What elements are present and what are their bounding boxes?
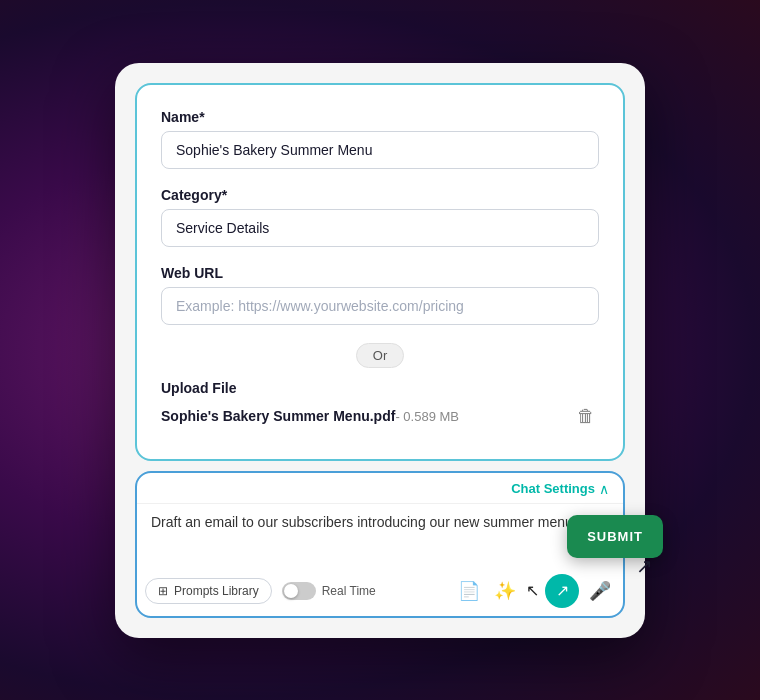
chevron-up-icon[interactable]: ∧: [599, 481, 609, 497]
or-badge: Or: [356, 343, 404, 368]
chat-panel: Chat Settings ∧ Draft an email to our su…: [135, 471, 625, 618]
toggle-thumb: [284, 584, 298, 598]
filename-text: Sophie's Bakery Summer Menu.pdf: [161, 408, 395, 424]
realtime-toggle-container: Real Time: [282, 582, 376, 600]
realtime-toggle[interactable]: [282, 582, 316, 600]
web-url-field-group: Web URL: [161, 265, 599, 325]
category-label: Category*: [161, 187, 599, 203]
mic-icon: 🎤: [589, 580, 611, 602]
prompts-library-button[interactable]: ⊞ Prompts Library: [145, 578, 272, 604]
magic-wand-icon: ✨: [494, 580, 516, 602]
chat-body: Draft an email to our subscribers introd…: [137, 504, 623, 568]
or-divider: Or: [161, 343, 599, 368]
category-input[interactable]: [161, 209, 599, 247]
delete-file-icon[interactable]: 🗑: [573, 402, 599, 431]
upload-section: Upload File Sophie's Bakery Summer Menu.…: [161, 380, 599, 431]
send-arrow-icon: ↗: [556, 581, 569, 600]
chat-textarea[interactable]: Draft an email to our subscribers introd…: [151, 514, 609, 558]
mic-button[interactable]: 🎤: [585, 576, 615, 606]
cursor-icon: ↖: [526, 581, 539, 600]
prompts-label: Prompts Library: [174, 584, 259, 598]
web-url-input[interactable]: [161, 287, 599, 325]
send-button[interactable]: ↗: [545, 574, 579, 608]
submit-cursor-icon: ↗: [636, 554, 653, 578]
outer-card: Name* Category* Web URL Or Upload File S…: [115, 63, 645, 638]
category-field-group: Category*: [161, 187, 599, 247]
upload-file-row: Sophie's Bakery Summer Menu.pdf- 0.589 M…: [161, 402, 599, 431]
form-card: Name* Category* Web URL Or Upload File S…: [135, 83, 625, 461]
filesize-text: - 0.589 MB: [395, 409, 459, 424]
name-label: Name*: [161, 109, 599, 125]
attach-icon: 📄: [458, 580, 480, 602]
submit-button[interactable]: SUBMIT: [567, 515, 663, 558]
realtime-label: Real Time: [322, 584, 376, 598]
upload-label: Upload File: [161, 380, 599, 396]
web-url-label: Web URL: [161, 265, 599, 281]
prompts-book-icon: ⊞: [158, 584, 168, 598]
attach-icon-button[interactable]: 📄: [454, 576, 484, 606]
chat-settings-label: Chat Settings: [511, 481, 595, 496]
chat-header: Chat Settings ∧: [137, 473, 623, 504]
chat-toolbar: ⊞ Prompts Library Real Time 📄 ✨ ↖ ↗ 🎤: [137, 568, 623, 616]
name-field-group: Name*: [161, 109, 599, 169]
name-input[interactable]: [161, 131, 599, 169]
upload-filename: Sophie's Bakery Summer Menu.pdf- 0.589 M…: [161, 407, 459, 425]
magic-icon-button[interactable]: ✨: [490, 576, 520, 606]
